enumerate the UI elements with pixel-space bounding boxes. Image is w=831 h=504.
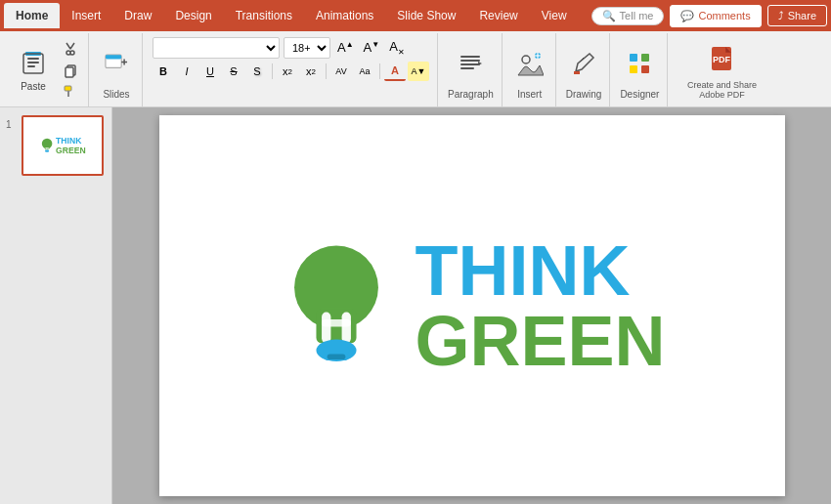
tab-review[interactable]: Review: [467, 3, 529, 28]
svg-rect-8: [67, 91, 69, 97]
underline-button[interactable]: U: [199, 62, 221, 81]
comments-label: Comments: [698, 10, 750, 21]
think-green-text: THINK GREEN: [415, 235, 665, 376]
svg-rect-40: [323, 319, 352, 326]
svg-rect-39: [342, 313, 351, 344]
drawing-button[interactable]: [566, 48, 601, 79]
slides-label: Slides: [103, 89, 129, 103]
adobe-label: Create and Share Adobe PDF: [678, 80, 765, 103]
paragraph-section: Paragraph: [440, 33, 503, 106]
tab-slideshow[interactable]: Slide Show: [385, 3, 467, 28]
paragraph-label: Paragraph: [448, 89, 494, 103]
highlight-button[interactable]: A▼: [408, 62, 429, 81]
paste-icon: [18, 48, 49, 79]
subscript-button[interactable]: x2: [277, 62, 298, 81]
slides-section: Slides: [91, 33, 143, 106]
copy-button[interactable]: [59, 61, 82, 80]
share-label: Share: [788, 10, 816, 21]
tell-me-search[interactable]: 🔍 Tell me: [591, 7, 665, 25]
font-section: 18+ A▲ A▼ A✕ B I U S S x2 x2 AV Aa A A▼: [145, 33, 438, 106]
font-row2: B I U S S x2 x2 AV Aa A A▼: [153, 62, 429, 81]
tab-view[interactable]: View: [530, 3, 579, 28]
tab-draw[interactable]: Draw: [112, 3, 163, 28]
separator3: [379, 63, 380, 79]
font-family-select[interactable]: [153, 37, 280, 59]
increase-font-button[interactable]: A▲: [334, 38, 357, 57]
font-size-select[interactable]: 18+: [284, 37, 330, 59]
strikethrough-button[interactable]: S: [223, 62, 244, 81]
tab-design[interactable]: Design: [163, 3, 223, 28]
share-button[interactable]: ⤴ Share: [767, 5, 827, 26]
drawing-section: Drawing: [558, 33, 611, 106]
superscript-button[interactable]: x2: [300, 62, 322, 81]
tab-animations[interactable]: Animations: [304, 3, 385, 28]
canvas-area: THINK GREEN: [112, 107, 831, 504]
share-icon: ⤴: [778, 10, 784, 21]
decrease-font-button[interactable]: A▼: [361, 38, 383, 57]
clear-format-button[interactable]: A✕: [386, 37, 408, 59]
svg-rect-22: [630, 54, 637, 62]
svg-rect-23: [641, 54, 649, 62]
svg-rect-15: [460, 63, 480, 65]
separator2: [326, 63, 327, 79]
slide-thumbnail-1[interactable]: THINK GREEN: [22, 115, 104, 176]
tab-transitions[interactable]: Transitions: [224, 3, 304, 28]
drawing-tools: [566, 37, 601, 89]
insert-button[interactable]: [512, 48, 547, 79]
svg-text:PDF: PDF: [713, 55, 731, 64]
comments-button[interactable]: 💬 Comments: [670, 5, 761, 27]
search-icon: 🔍: [602, 10, 616, 22]
designer-label: Designer: [620, 89, 659, 103]
adobe-section: PDF Create and Share Adobe PDF: [670, 33, 773, 106]
tab-insert[interactable]: Insert: [60, 3, 112, 28]
format-painter-button[interactable]: [59, 82, 82, 102]
svg-rect-4: [27, 65, 35, 67]
toolbar: Paste Slides: [0, 31, 831, 107]
italic-button[interactable]: I: [176, 62, 197, 81]
designer-button[interactable]: [622, 48, 657, 79]
designer-section: Designer: [612, 33, 668, 106]
svg-rect-7: [65, 86, 71, 91]
insert-section: Insert: [504, 33, 556, 106]
slides-panel: 1 THINK: [0, 107, 112, 504]
think-label: THINK: [415, 235, 665, 306]
tab-home[interactable]: Home: [4, 3, 60, 28]
insert-label: Insert: [517, 89, 542, 103]
svg-rect-25: [641, 65, 649, 73]
paragraph-tools: [453, 37, 488, 89]
slide-thumb-row-1: 1 THINK: [6, 115, 106, 176]
svg-rect-42: [324, 347, 349, 354]
paste-button[interactable]: Paste: [10, 37, 57, 103]
font-color-button[interactable]: A: [384, 62, 406, 81]
insert-tools: [512, 37, 547, 89]
slide-number-1: 1: [6, 115, 18, 130]
svg-rect-13: [460, 56, 480, 58]
cut-button[interactable]: [59, 39, 82, 59]
slide-canvas[interactable]: THINK GREEN: [159, 115, 785, 496]
logo-container: THINK GREEN: [278, 235, 665, 376]
new-slide-button[interactable]: [99, 48, 134, 79]
font-row1: 18+ A▲ A▼ A✕: [153, 37, 429, 59]
bold-button[interactable]: B: [153, 62, 174, 81]
svg-point-17: [522, 56, 530, 63]
drawing-label: Drawing: [566, 89, 602, 103]
ribbon-tab-bar: Home Insert Draw Design Transitions Anim…: [0, 0, 831, 31]
green-label: GREEN: [415, 306, 665, 376]
svg-rect-24: [630, 65, 637, 73]
main-area: 1 THINK: [0, 107, 831, 504]
tell-me-label: Tell me: [620, 10, 654, 21]
adobe-button[interactable]: PDF: [704, 43, 739, 74]
case-button[interactable]: Aa: [354, 62, 375, 81]
shadow-button[interactable]: S: [246, 62, 268, 81]
svg-rect-10: [106, 55, 121, 59]
ribbon-right-actions: 🔍 Tell me 💬 Comments ⤴ Share: [584, 5, 827, 27]
paste-section: Paste: [4, 33, 89, 106]
svg-rect-2: [27, 58, 39, 60]
char-spacing-button[interactable]: AV: [330, 62, 352, 81]
designer-tools: [622, 37, 657, 89]
svg-point-35: [45, 149, 49, 151]
svg-rect-34: [45, 147, 48, 148]
separator: [272, 63, 273, 79]
paragraph-button[interactable]: [453, 48, 488, 79]
svg-rect-14: [460, 60, 480, 62]
